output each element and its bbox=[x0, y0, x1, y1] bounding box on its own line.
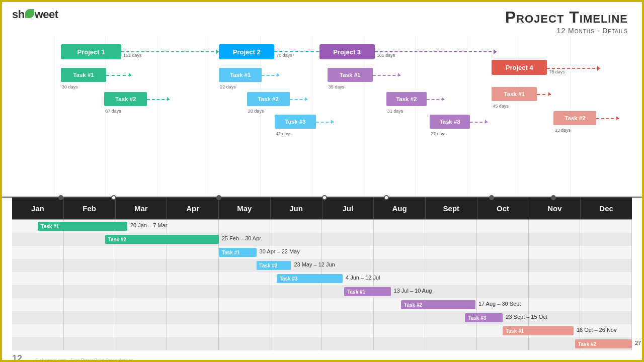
gantt-cell-4-7 bbox=[374, 272, 426, 285]
gantt-cell-0-11 bbox=[580, 220, 632, 233]
gantt-cell-1-11 bbox=[580, 233, 632, 246]
gantt-cell-4-2 bbox=[115, 272, 167, 285]
task-block-3: Task #2 bbox=[247, 92, 290, 106]
gantt-cell-7-5 bbox=[270, 311, 322, 324]
gantt-cell-9-10 bbox=[529, 337, 581, 350]
sub-title: 12 Months - Details bbox=[505, 27, 628, 35]
gantt-cell-8-6 bbox=[322, 324, 374, 337]
task-arrow-head-4 bbox=[331, 120, 334, 124]
title-area: Project Timeline 12 Months - Details bbox=[505, 8, 628, 35]
footer-text: © showeet.com - Free PowerPoint Presenta… bbox=[35, 357, 133, 362]
gantt-cell-6-0 bbox=[12, 298, 64, 311]
project-arrow-head-2 bbox=[494, 49, 497, 54]
gantt-cell-7-0 bbox=[12, 311, 64, 324]
gantt-cell-0-3 bbox=[167, 220, 219, 233]
page-number: 12 bbox=[12, 353, 31, 362]
gantt-cell-5-0 bbox=[12, 285, 64, 298]
project-days-3: 78 days bbox=[549, 69, 565, 74]
gantt-cell-7-11 bbox=[580, 311, 632, 324]
task-arrow-head-6 bbox=[442, 97, 444, 101]
task-block-7: Task #3 bbox=[430, 115, 470, 129]
project-days-2: 105 days bbox=[377, 53, 395, 58]
gantt-cell-2-2 bbox=[115, 246, 167, 259]
gantt-cell-5-9 bbox=[477, 285, 529, 298]
timeline-dot-1 bbox=[111, 195, 116, 200]
month-jan: Jan bbox=[12, 198, 64, 219]
gantt-date-0: 20 Jan – 7 Mar bbox=[130, 222, 167, 228]
gantt-bar-4: Task #3 bbox=[277, 274, 343, 283]
month-jun: Jun bbox=[271, 198, 323, 219]
project-arrow-head-3 bbox=[597, 66, 600, 71]
task-days-8: 45 days bbox=[493, 104, 509, 109]
gantt-date-7: 23 Sept – 15 Oct bbox=[506, 314, 547, 320]
gantt-row: Task #217 Aug – 30 Sept bbox=[12, 298, 632, 311]
month-separator bbox=[54, 37, 54, 198]
gantt-cell-9-3 bbox=[167, 337, 219, 350]
month-apr: Apr bbox=[167, 198, 219, 219]
gantt-cell-8-8 bbox=[425, 324, 477, 337]
gantt-date-1: 25 Feb – 30 Apr bbox=[222, 235, 261, 241]
gantt-cell-3-10 bbox=[529, 259, 581, 272]
gantt-cell-0-10 bbox=[529, 220, 581, 233]
gantt-cell-6-10 bbox=[529, 298, 581, 311]
gantt-date-9: 27 Nov – 31 Dec bbox=[635, 340, 644, 346]
gantt-date-8: 16 Oct – 26 Nov bbox=[577, 327, 617, 333]
gantt-cell-2-0 bbox=[12, 246, 64, 259]
gantt-cell-0-7 bbox=[374, 220, 426, 233]
task-arrow-head-1 bbox=[167, 97, 170, 101]
project-days-1: 70 days bbox=[276, 53, 292, 58]
task-block-0: Task #1 bbox=[61, 68, 106, 82]
gantt-cell-9-4 bbox=[219, 337, 271, 350]
gantt-cell-6-1 bbox=[64, 298, 116, 311]
timeline-dot-6 bbox=[551, 195, 556, 200]
task-arrow-head-3 bbox=[305, 97, 307, 101]
task-days-3: 20 days bbox=[248, 109, 264, 114]
project-1-block: Project 1 bbox=[61, 44, 121, 59]
task-block-1: Task #2 bbox=[104, 92, 147, 106]
gantt-cell-2-1 bbox=[64, 246, 116, 259]
gantt-cell-8-0 bbox=[12, 324, 64, 337]
month-may: May bbox=[219, 198, 271, 219]
gantt-cell-2-3 bbox=[167, 246, 219, 259]
month-separator bbox=[105, 37, 106, 198]
gantt-cell-1-9 bbox=[477, 233, 529, 246]
gantt-row: Task #323 Sept – 15 Oct bbox=[12, 311, 632, 324]
gantt-cell-3-7 bbox=[374, 259, 426, 272]
gantt-cell-6-4 bbox=[219, 298, 271, 311]
header: sh weet Project Timeline 12 Months - Det… bbox=[2, 2, 642, 37]
month-sept: Sept bbox=[426, 198, 477, 219]
gantt-date-6: 17 Aug – 30 Sept bbox=[478, 301, 521, 307]
gantt-cell-4-4 bbox=[219, 272, 271, 285]
gantt-cell-9-2 bbox=[115, 337, 167, 350]
gantt-bar-6: Task #2 bbox=[401, 300, 475, 309]
gantt-cell-8-4 bbox=[219, 324, 271, 337]
task-arrow-head-7 bbox=[485, 120, 488, 124]
task-block-6: Task #2 bbox=[386, 92, 427, 106]
gantt-cell-5-1 bbox=[64, 285, 116, 298]
task-arrow-head-9 bbox=[616, 116, 619, 120]
gantt-cell-4-9 bbox=[477, 272, 529, 285]
gantt-cell-8-7 bbox=[374, 324, 426, 337]
gantt-cell-7-3 bbox=[167, 311, 219, 324]
gantt-bar-7: Task #3 bbox=[465, 313, 503, 322]
gantt-cell-3-8 bbox=[425, 259, 477, 272]
gantt-cell-6-11 bbox=[580, 298, 632, 311]
month-aug: Aug bbox=[374, 198, 426, 219]
gantt-cell-3-11 bbox=[580, 259, 632, 272]
gantt-row: Task #116 Oct – 26 Nov bbox=[12, 324, 632, 337]
gantt-cell-4-8 bbox=[425, 272, 477, 285]
gantt-cell-1-8 bbox=[425, 233, 477, 246]
task-block-8: Task #1 bbox=[492, 87, 537, 101]
month-separator bbox=[157, 37, 157, 198]
gantt-cell-1-0 bbox=[12, 233, 64, 246]
task-days-9: 33 days bbox=[554, 128, 571, 133]
logo-text-after: weet bbox=[35, 8, 58, 21]
gantt-cell-8-3 bbox=[167, 324, 219, 337]
timeline-dot-0 bbox=[58, 195, 63, 200]
gantt-bar-8: Task #1 bbox=[503, 326, 574, 335]
gantt-row: Task #227 Nov – 31 Dec bbox=[12, 337, 632, 350]
task-days-0: 30 days bbox=[62, 84, 78, 89]
gantt-row: Task #113 Jul – 10 Aug bbox=[12, 285, 632, 298]
task-arrow-0 bbox=[106, 75, 131, 76]
gantt-bar-3: Task #2 bbox=[257, 261, 291, 270]
